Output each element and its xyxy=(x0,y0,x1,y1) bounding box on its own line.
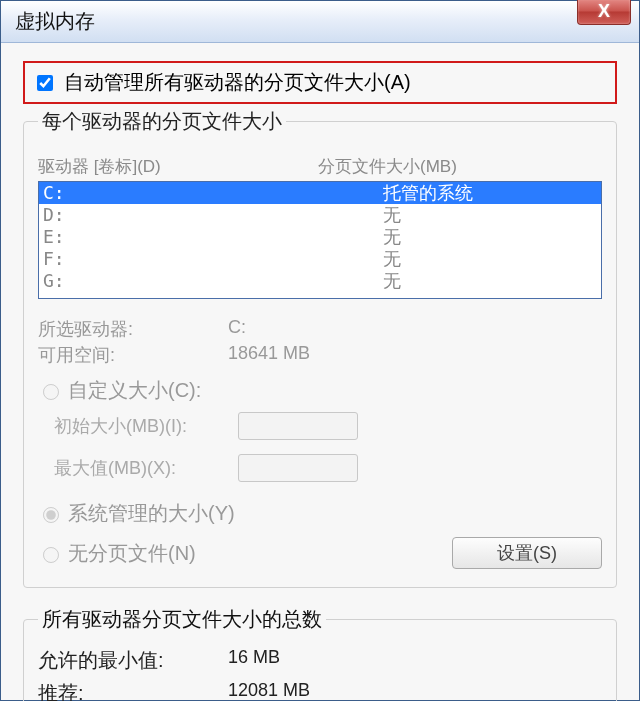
window-title: 虚拟内存 xyxy=(15,8,95,35)
system-managed-row: 系统管理的大小(Y) xyxy=(38,500,602,527)
max-size-row: 最大值(MB)(X): xyxy=(38,454,602,482)
system-managed-label: 系统管理的大小(Y) xyxy=(68,500,235,527)
rec-value: 12081 MB xyxy=(228,680,602,701)
drive-letter: D: xyxy=(43,204,383,226)
drive-letter: G: xyxy=(43,270,383,292)
drive-pagefile-size: 无 xyxy=(383,248,597,270)
titlebar: 虚拟内存 X xyxy=(1,1,639,43)
max-size-label: 最大值(MB)(X): xyxy=(38,456,238,480)
per-drive-group: 每个驱动器的分页文件大小 驱动器 [卷标](D) 分页文件大小(MB) C:托管… xyxy=(23,108,617,588)
auto-manage-label: 自动管理所有驱动器的分页文件大小(A) xyxy=(64,69,411,96)
drive-row[interactable]: G:无 xyxy=(39,270,601,292)
drive-pagefile-size: 托管的系统 xyxy=(383,182,597,204)
no-paging-row: 无分页文件(N) xyxy=(38,540,196,567)
drive-letter: C: xyxy=(43,182,383,204)
free-space-value: 18641 MB xyxy=(228,343,602,367)
close-button[interactable]: X xyxy=(577,0,631,25)
header-size: 分页文件大小(MB) xyxy=(318,155,602,178)
close-icon: X xyxy=(598,1,610,22)
min-row: 允许的最小值: 16 MB xyxy=(38,647,602,674)
initial-size-input[interactable] xyxy=(238,412,358,440)
rec-label: 推荐: xyxy=(38,680,228,701)
custom-size-radio[interactable] xyxy=(43,384,59,400)
set-button[interactable]: 设置(S) xyxy=(452,537,602,569)
drive-row[interactable]: F:无 xyxy=(39,248,601,270)
drive-letter: E: xyxy=(43,226,383,248)
free-space-row: 可用空间: 18641 MB xyxy=(38,343,602,367)
drive-list[interactable]: C:托管的系统D:无E:无F:无G:无 xyxy=(38,181,602,299)
auto-manage-row: 自动管理所有驱动器的分页文件大小(A) xyxy=(23,61,617,104)
virtual-memory-dialog: 虚拟内存 X 自动管理所有驱动器的分页文件大小(A) 每个驱动器的分页文件大小 … xyxy=(0,0,640,701)
max-size-input[interactable] xyxy=(238,454,358,482)
no-paging-label: 无分页文件(N) xyxy=(68,540,196,567)
auto-manage-checkbox[interactable] xyxy=(37,75,53,91)
min-label: 允许的最小值: xyxy=(38,647,228,674)
selected-drive-label: 所选驱动器: xyxy=(38,317,228,341)
per-drive-legend: 每个驱动器的分页文件大小 xyxy=(38,108,286,135)
initial-size-row: 初始大小(MB)(I): xyxy=(38,412,602,440)
initial-size-label: 初始大小(MB)(I): xyxy=(38,414,238,438)
drive-row[interactable]: D:无 xyxy=(39,204,601,226)
header-drive: 驱动器 [卷标](D) xyxy=(38,155,318,178)
drive-list-headers: 驱动器 [卷标](D) 分页文件大小(MB) xyxy=(38,155,602,178)
drive-row[interactable]: C:托管的系统 xyxy=(39,182,601,204)
system-managed-radio[interactable] xyxy=(43,507,59,523)
totals-group: 所有驱动器分页文件大小的总数 允许的最小值: 16 MB 推荐: 12081 M… xyxy=(23,606,617,701)
drive-row[interactable]: E:无 xyxy=(39,226,601,248)
rec-row: 推荐: 12081 MB xyxy=(38,680,602,701)
selected-drive-value: C: xyxy=(228,317,602,341)
drive-pagefile-size: 无 xyxy=(383,226,597,248)
no-paging-and-set-row: 无分页文件(N) 设置(S) xyxy=(38,537,602,569)
min-value: 16 MB xyxy=(228,647,602,674)
no-paging-radio[interactable] xyxy=(43,547,59,563)
drive-pagefile-size: 无 xyxy=(383,270,597,292)
free-space-label: 可用空间: xyxy=(38,343,228,367)
drive-letter: F: xyxy=(43,248,383,270)
custom-size-label: 自定义大小(C): xyxy=(68,377,201,404)
content-area: 自动管理所有驱动器的分页文件大小(A) 每个驱动器的分页文件大小 驱动器 [卷标… xyxy=(1,43,639,700)
totals-legend: 所有驱动器分页文件大小的总数 xyxy=(38,606,326,633)
custom-size-row: 自定义大小(C): xyxy=(38,377,602,404)
drive-pagefile-size: 无 xyxy=(383,204,597,226)
set-button-label: 设置(S) xyxy=(497,541,557,565)
selected-drive-row: 所选驱动器: C: xyxy=(38,317,602,341)
